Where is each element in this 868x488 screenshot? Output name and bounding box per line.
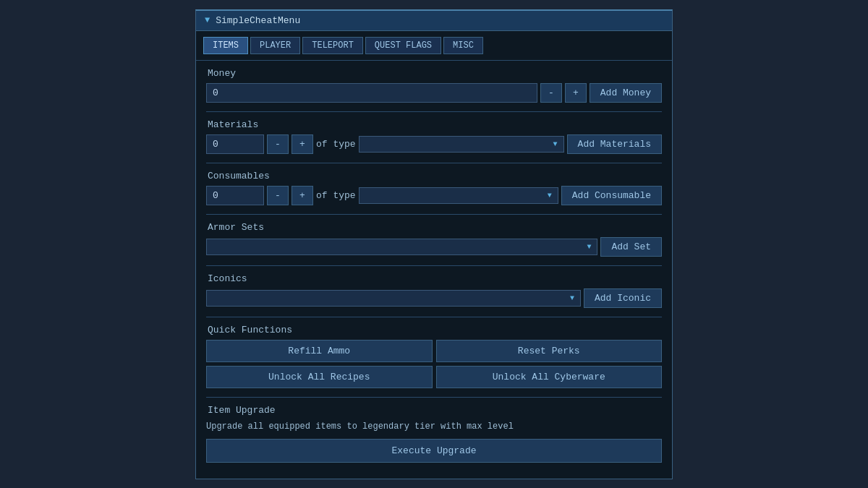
money-label: Money [208,68,662,79]
item-upgrade-description: Upgrade all equipped items to legendary … [206,420,662,433]
materials-section: Materials - + of type ▼ Add Materials [206,119,662,154]
consumables-label: Consumables [208,171,662,181]
materials-row: - + of type ▼ Add Materials [206,134,662,154]
quick-functions-section: Quick Functions Refill Ammo Reset Perks … [206,325,662,388]
materials-qty-input[interactable] [206,134,264,154]
iconics-dropdown[interactable]: ▼ [206,290,581,307]
materials-minus-button[interactable]: - [267,134,289,154]
iconics-row: ▼ Add Iconic [206,288,662,308]
materials-type-dropdown[interactable]: ▼ [359,136,564,153]
add-iconic-button[interactable]: Add Iconic [584,288,662,308]
quick-functions-grid: Refill Ammo Reset Perks Unlock All Recip… [206,340,662,388]
tab-teleport[interactable]: TELEPORT [302,37,363,54]
materials-of-type-label: of type [316,139,356,150]
money-section: Money - + Add Money [206,68,662,103]
divider-5 [206,317,662,317]
consumables-section: Consumables - + of type ▼ Add Consumable [206,171,662,205]
add-money-button[interactable]: Add Money [590,83,662,103]
money-input[interactable] [206,83,537,103]
content-area: Money - + Add Money Materials - + of typ… [196,61,672,479]
title-bar: ▼ SimpleCheatMenu [196,11,672,31]
item-upgrade-section: Item Upgrade Upgrade all equipped items … [206,405,662,463]
add-materials-button[interactable]: Add Materials [567,134,662,154]
collapse-arrow-icon: ▼ [205,15,210,25]
tab-quest-flags[interactable]: QUEST FLAGS [365,37,441,54]
consumables-plus-button[interactable]: + [292,186,313,205]
quick-functions-label: Quick Functions [208,325,662,335]
tab-player[interactable]: PLAYER [250,37,300,54]
consumables-minus-button[interactable]: - [267,186,289,205]
divider-1 [206,111,662,112]
iconics-section: Iconics ▼ Add Iconic [206,273,662,308]
cheat-menu-window: ▼ SimpleCheatMenu ITEMS PLAYER TELEPORT … [195,9,673,479]
armor-sets-label: Armor Sets [208,222,662,233]
materials-plus-button[interactable]: + [292,134,313,154]
divider-3 [206,214,662,215]
divider-6 [206,397,662,398]
reset-perks-button[interactable]: Reset Perks [436,340,663,362]
consumables-of-type-label: of type [316,190,356,201]
item-upgrade-label: Item Upgrade [208,405,662,416]
divider-2 [206,163,662,163]
consumables-qty-input[interactable] [206,186,264,205]
unlock-all-recipes-button[interactable]: Unlock All Recipes [206,366,433,388]
armor-sets-row: ▼ Add Set [206,237,662,257]
materials-dropdown-arrow-icon: ▼ [553,140,558,148]
add-set-button[interactable]: Add Set [600,237,662,257]
iconics-label: Iconics [208,273,662,284]
consumables-row: - + of type ▼ Add Consumable [206,186,662,205]
tab-misc[interactable]: MISC [443,37,483,54]
armor-sets-section: Armor Sets ▼ Add Set [206,222,662,257]
money-plus-button[interactable]: + [565,83,587,103]
money-minus-button[interactable]: - [540,83,562,103]
iconics-dropdown-arrow-icon: ▼ [570,294,574,302]
window-title: SimpleCheatMenu [216,15,300,26]
consumables-type-dropdown[interactable]: ▼ [359,187,558,204]
add-consumable-button[interactable]: Add Consumable [561,186,662,205]
money-row: - + Add Money [206,83,662,103]
refill-ammo-button[interactable]: Refill Ammo [206,340,433,362]
unlock-all-cyberware-button[interactable]: Unlock All Cyberware [436,366,663,388]
armor-sets-dropdown-arrow-icon: ▼ [587,243,591,251]
tab-items[interactable]: ITEMS [203,37,248,54]
tab-bar: ITEMS PLAYER TELEPORT QUEST FLAGS MISC [196,31,672,61]
consumables-dropdown-arrow-icon: ▼ [548,192,552,200]
execute-upgrade-button[interactable]: Execute Upgrade [206,439,662,463]
divider-4 [206,265,662,266]
armor-sets-dropdown[interactable]: ▼ [206,239,597,255]
materials-label: Materials [208,119,662,130]
